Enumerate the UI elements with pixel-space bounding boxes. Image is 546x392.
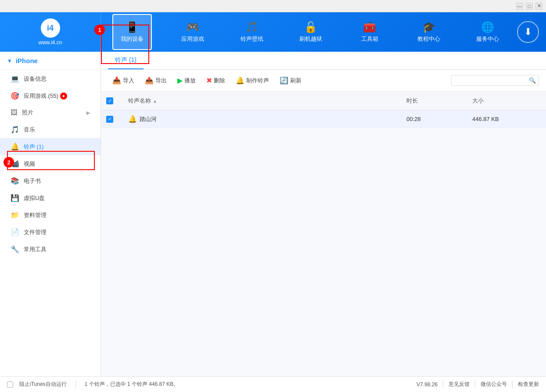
device-info-icon: 💻 — [11, 75, 19, 83]
sidebar-item-files[interactable]: 📁 资料管理 — [0, 207, 101, 224]
delete-label: 删除 — [214, 77, 225, 85]
apps-icon: 🎮 — [186, 21, 199, 33]
sidebar-apps-label: 应用游戏 (55) — [24, 92, 58, 100]
row-checkbox-cell[interactable] — [101, 111, 123, 127]
row-bell-icon: 🔔 — [128, 115, 137, 123]
feedback-link[interactable]: 意见反馈 — [449, 381, 470, 388]
apps-sidebar-icon: 🎯 — [11, 92, 19, 100]
sidebar-ringtones-label: 铃声 (1) — [24, 143, 44, 151]
size-col-label: 大小 — [472, 97, 484, 105]
statusbar-divider-1 — [75, 380, 76, 389]
header: i4 www.i4.cn 📱 我的设备 🎮 应用游戏 🎵 铃声壁纸 🔓 刷机越狱 — [0, 12, 546, 52]
sidebar-item-photos[interactable]: 🖼 照片 ▶ — [0, 104, 101, 121]
refresh-label: 刷新 — [290, 77, 302, 85]
sidebar-item-ringtones[interactable]: 🔔 铃声 (1) — [0, 138, 101, 155]
sidebar-vdisk-label: 虚拟U盘 — [24, 194, 45, 202]
sidebar-item-video[interactable]: 📹 视频 — [0, 155, 101, 172]
play-button[interactable]: ▶ 播放 — [173, 74, 200, 87]
table-row[interactable]: 🔔 踏山河 00:28 446.87 KB — [101, 110, 546, 128]
statusbar-left: 阻止iTunes自动运行 1 个铃声，已选中 1 个铃声 446.87 KB。 — [7, 380, 417, 389]
nav-items: 📱 我的设备 🎮 应用游戏 🎵 铃声壁纸 🔓 刷机越狱 🧰 工具箱 🎓 — [101, 12, 517, 52]
close-button[interactable]: ✕ — [535, 3, 542, 10]
tab-ringtones[interactable]: 铃声 (1) — [108, 52, 144, 69]
logo-letter: i4 — [47, 24, 54, 33]
row-checkbox[interactable] — [106, 116, 113, 123]
content-area: 铃声 (1) 📥 导入 📤 导出 ▶ 播放 ✖ 删除 — [101, 52, 546, 376]
make-ringtone-button[interactable]: 🔔 制作铃声 — [231, 74, 273, 87]
vdisk-icon: 💾 — [11, 194, 19, 202]
import-label: 导入 — [123, 77, 134, 85]
itunes-label: 阻止iTunes自动运行 — [19, 381, 67, 388]
photos-icon: 🖼 — [11, 109, 18, 117]
statusbar-divider-3 — [475, 380, 475, 389]
delete-button[interactable]: ✖ 删除 — [202, 74, 230, 87]
nav-service[interactable]: 🌐 服务中心 — [468, 12, 507, 52]
ebook-icon: 📚 — [11, 177, 19, 185]
search-input[interactable] — [455, 77, 529, 84]
nav-my-device[interactable]: 📱 我的设备 — [112, 14, 152, 50]
nav-toolbox[interactable]: 🧰 工具箱 — [350, 12, 389, 52]
device-icon: 📱 — [126, 21, 139, 33]
nav-tutorial[interactable]: 🎓 教程中心 — [409, 12, 449, 52]
ringtones-icon: 🎵 — [245, 21, 259, 33]
row-name-cell: 🔔 踏山河 — [123, 110, 401, 128]
import-button[interactable]: 📥 导入 — [108, 74, 139, 87]
service-icon: 🌐 — [481, 21, 494, 33]
update-link[interactable]: 检查更新 — [518, 381, 539, 388]
sidebar-arrow: ▼ — [7, 58, 12, 64]
sidebar-files-label: 资料管理 — [24, 211, 47, 219]
nav-ringtones[interactable]: 🎵 铃声壁纸 — [232, 12, 272, 52]
nav-flash-label: 刷机越狱 — [299, 35, 322, 43]
annotation-2: 2 — [4, 157, 14, 167]
nav-service-label: 服务中心 — [476, 35, 499, 43]
sidebar-device-info-label: 设备信息 — [24, 75, 47, 83]
nav-tutorial-label: 教程中心 — [417, 35, 440, 43]
search-icon: 🔍 — [529, 77, 536, 84]
sidebar-item-apps[interactable]: 🎯 应用游戏 (55) ● — [0, 87, 101, 104]
nav-apps[interactable]: 🎮 应用游戏 — [173, 12, 212, 52]
make-ringtone-icon: 🔔 — [236, 76, 244, 85]
nav-toolbox-label: 工具箱 — [361, 35, 378, 43]
sidebar-item-tools[interactable]: 🔧 常用工具 — [0, 241, 101, 258]
filemanager-icon: 📄 — [11, 228, 19, 236]
sidebar-device[interactable]: ▼ iPhone — [0, 52, 101, 70]
photos-expand-icon: ▶ — [86, 110, 90, 116]
sidebar-item-device-info[interactable]: 💻 设备信息 — [0, 70, 101, 87]
minimize-button[interactable]: — — [516, 3, 523, 10]
header-checkbox[interactable] — [101, 95, 123, 107]
sidebar-item-ebook[interactable]: 📚 电子书 — [0, 172, 101, 189]
select-all-checkbox[interactable] — [106, 97, 113, 104]
sidebar-filemanager-label: 文件管理 — [24, 228, 47, 236]
import-icon: 📥 — [112, 76, 121, 85]
row-size-cell: 446.87 KB — [467, 111, 546, 127]
nav-flash[interactable]: 🔓 刷机越狱 — [291, 12, 330, 52]
nav-my-device-label: 我的设备 — [121, 35, 144, 43]
play-icon: ▶ — [177, 76, 183, 85]
row-name: 踏山河 — [140, 115, 157, 123]
wechat-link[interactable]: 微信公众号 — [481, 381, 507, 388]
sidebar-item-vdisk[interactable]: 💾 虚拟U盘 — [0, 189, 101, 207]
statusbar-right: V7.98.26 意见反馈 微信公众号 检查更新 — [417, 380, 539, 389]
table-area: 铃声名称 ▲ 时长 大小 🔔 踏山河 — [101, 92, 546, 376]
title-bar: — □ ✕ — [0, 0, 546, 12]
refresh-button[interactable]: 🔄 刷新 — [275, 74, 306, 87]
logo-area[interactable]: i4 www.i4.cn — [0, 12, 101, 52]
sidebar-item-music[interactable]: 🎵 音乐 — [0, 121, 101, 138]
toolbox-icon: 🧰 — [363, 21, 376, 33]
itunes-checkbox[interactable] — [7, 381, 13, 388]
statusbar-divider-4 — [512, 380, 513, 389]
sort-icon[interactable]: ▲ — [153, 99, 157, 103]
export-button[interactable]: 📤 导出 — [140, 74, 171, 87]
logo-icon: i4 — [41, 18, 60, 38]
play-label: 播放 — [184, 77, 196, 85]
download-button[interactable]: ⬇ — [517, 21, 539, 43]
row-size: 446.87 KB — [472, 116, 499, 122]
ringtones-sidebar-icon: 🔔 — [11, 143, 19, 151]
toolbar: 📥 导入 📤 导出 ▶ 播放 ✖ 删除 🔔 制作铃声 — [101, 70, 546, 92]
search-bar[interactable]: 🔍 — [451, 75, 539, 86]
sidebar-item-filemanager[interactable]: 📄 文件管理 — [0, 224, 101, 241]
maximize-button[interactable]: □ — [526, 3, 533, 10]
duration-col-label: 时长 — [406, 97, 418, 105]
header-name: 铃声名称 ▲ — [123, 95, 401, 107]
music-icon: 🎵 — [11, 125, 19, 134]
